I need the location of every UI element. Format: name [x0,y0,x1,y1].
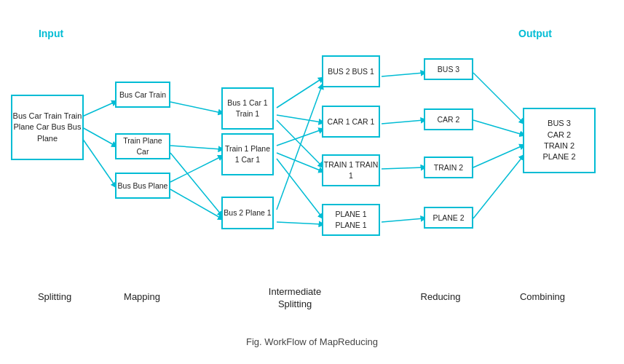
svg-line-2 [82,127,115,146]
inter-box-3: TRAIN 1 TRAIN 1 [322,154,380,186]
intermediate-label: Intermediate Splitting [258,286,331,311]
svg-line-3 [82,138,115,186]
reducing-label: Reducing [408,291,473,302]
svg-line-16 [277,222,322,224]
svg-line-11 [277,120,322,166]
splitting-label: Splitting [22,291,87,302]
diagram: Input Output Bus Car Train Train Plane C… [0,0,624,335]
svg-line-7 [170,157,221,182]
map-box-3: Bus Bus Plane [115,173,170,199]
split-box-2: Train 1 Plane 1 Car 1 [221,133,274,175]
svg-line-14 [277,159,322,217]
input-label: Input [22,28,80,39]
reduce-box-2: CAR 2 [424,108,473,130]
fig-caption: Fig. WorkFlow of MapReducing [0,336,624,347]
svg-line-18 [382,120,424,124]
svg-line-24 [473,157,523,218]
output-label: Output [506,28,564,39]
reduce-box-3: TRAIN 2 [424,157,473,178]
map-box-1: Bus Car Train [115,82,170,108]
svg-line-9 [277,79,322,108]
inter-box-1: BUS 2 BUS 1 [322,55,380,87]
svg-line-17 [382,73,424,76]
svg-line-5 [170,146,221,149]
svg-line-13 [277,153,322,171]
svg-line-8 [170,189,221,218]
svg-line-15 [277,86,322,210]
svg-line-1 [82,102,115,116]
svg-line-12 [277,130,322,146]
reduce-box-1: BUS 3 [424,58,473,80]
svg-line-4 [170,102,221,113]
map-box-2: Train Plane Car [115,133,170,159]
svg-line-21 [473,73,523,122]
inter-box-4: PLANE 1 PLANE 1 [322,204,380,236]
output-box: BUS 3 CAR 2 TRAIN 2 PLANE 2 [523,108,596,173]
mapping-label: Mapping [113,291,171,302]
input-box: Bus Car Train Train Plane Car Bus Bus Pl… [11,95,84,160]
reduce-box-4: PLANE 2 [424,207,473,229]
split-box-3: Bus 2 Plane 1 [221,197,274,229]
svg-line-6 [170,153,221,215]
split-box-1: Bus 1 Car 1 Train 1 [221,87,274,130]
combining-label: Combining [506,291,579,302]
svg-line-22 [473,120,523,135]
svg-line-23 [473,146,523,167]
svg-line-10 [277,115,322,122]
svg-line-20 [382,218,424,222]
svg-line-19 [382,167,424,169]
inter-box-2: CAR 1 CAR 1 [322,106,380,138]
